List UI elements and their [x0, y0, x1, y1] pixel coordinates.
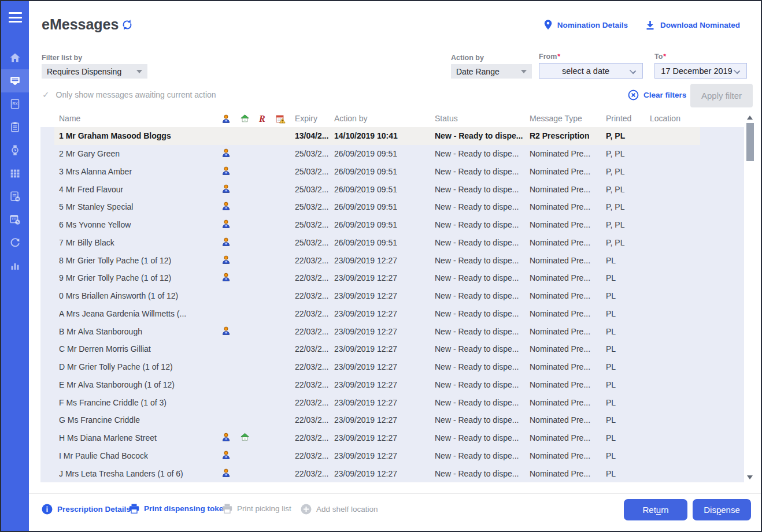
row-expiry: 22/03/2... — [295, 469, 328, 478]
scroll-up-arrow-icon[interactable] — [747, 116, 753, 120]
column-expiry: Expiry — [295, 114, 317, 123]
patient-icon — [222, 255, 230, 266]
column-location: Location — [650, 114, 680, 123]
table-row[interactable]: 3 Mrs Alanna Amber 25/03/2... 26/09/2019… — [40, 163, 744, 181]
table-row[interactable]: F Ms Francine Criddle (1 of 3) 22/03/2..… — [40, 393, 744, 411]
row-status: New - Ready to dispe... — [435, 362, 519, 371]
row-status: New - Ready to dispe... — [435, 273, 519, 282]
clear-filters-button[interactable]: Clear filters — [628, 90, 686, 101]
dispense-button[interactable]: Dispense — [693, 499, 751, 520]
home-icon — [9, 51, 21, 64]
row-message-type: Nominated Pre... — [530, 273, 590, 282]
refresh-icon[interactable] — [120, 18, 134, 34]
row-status: New - Ready to dispe... — [435, 344, 519, 354]
printer-icon — [129, 504, 139, 514]
table-row[interactable]: 1 Mr Graham Masood Bloggs 13/04/2... 14/… — [40, 127, 744, 145]
sidebar-item-emessages[interactable] — [1, 69, 29, 92]
sidebar-item-sync[interactable] — [1, 231, 29, 254]
sidebar-item-home[interactable] — [1, 46, 29, 69]
row-patient-name: I Mr Paulie Chad Bocock — [59, 451, 148, 460]
table-row[interactable]: 5 Mr Stanley Special 25/03/2... 26/09/20… — [40, 198, 744, 216]
sidebar-item-watch[interactable] — [1, 139, 29, 162]
table-row[interactable]: G Ms Francine Criddle 22/03/2... 23/09/2… — [40, 411, 744, 429]
row-message-type: Nominated Pre... — [530, 327, 590, 336]
row-status: New - Ready to dispe... — [435, 380, 519, 389]
apply-filter-button[interactable]: Apply filter — [690, 84, 753, 107]
sidebar-item-grid[interactable] — [1, 162, 29, 185]
table-row[interactable]: D Mr Grier Tolly Pache (1 of 12) 22/03/2… — [40, 358, 744, 376]
page-title: eMessages — [42, 16, 119, 33]
table-row[interactable]: 8 Mr Grier Tolly Pache (1 of 12) 22/03/2… — [40, 251, 744, 269]
filter-list-by-select[interactable]: Requires Dispensing — [42, 64, 147, 79]
row-patient-name: F Ms Francine Criddle (1 of 3) — [59, 398, 167, 407]
sidebar: RX — [1, 1, 29, 531]
row-printed: P, PL — [606, 202, 624, 211]
row-status: New - Ready to dispe... — [435, 398, 519, 407]
only-show-checkbox[interactable]: ✓ Only show messages awaiting current ac… — [42, 90, 216, 100]
svg-text:RX: RX — [13, 102, 19, 106]
table-row[interactable]: 2 Mr Gary Green 25/03/2... 26/09/2019 09… — [40, 145, 744, 163]
table-row[interactable]: 6 Ms Yvonne Yellow 25/03/2... 26/09/2019… — [40, 216, 744, 234]
table-row[interactable]: B Mr Alva Stanborough 22/03/2... 23/09/2… — [40, 322, 744, 340]
table-row[interactable]: 4 Mr Fred Flavour 25/03/2... 26/09/2019 … — [40, 180, 744, 198]
clear-filters-label: Clear filters — [643, 91, 686, 99]
row-patient-name: D Mr Grier Tolly Pache (1 of 12) — [59, 362, 173, 371]
patient-icon — [222, 220, 230, 230]
table-row[interactable]: A Mrs Jeana Gardenia Willmetts (... 22/0… — [40, 305, 744, 323]
menu-icon[interactable] — [1, 5, 29, 30]
table-row[interactable]: H Ms Diana Marlene Street 22/03/2... 23/… — [40, 429, 744, 447]
row-patient-name: J Mrs Leta Tresha Landers (1 of 6) — [59, 469, 183, 478]
row-printed: P, PL — [606, 131, 625, 140]
sidebar-item-clipboard[interactable] — [1, 116, 29, 139]
table-row[interactable]: C Mr Derren Morris Gilliat 22/03/2... 23… — [40, 340, 744, 358]
sidebar-item-calendar[interactable] — [1, 208, 29, 231]
printer-icon — [222, 504, 232, 514]
table-row[interactable]: 0 Mrs Briallen Ainsworth (1 of 12) 22/03… — [40, 287, 744, 305]
add-shelf-location-button[interactable]: Add shelf location — [301, 504, 378, 515]
row-status: New - Ready to dispe... — [435, 202, 519, 211]
table-row[interactable]: J Mrs Leta Tresha Landers (1 of 6) 22/03… — [40, 464, 744, 482]
download-nominated-link[interactable]: Download Nominated — [645, 20, 740, 30]
row-patient-name: 2 Mr Gary Green — [59, 149, 120, 158]
row-message-type: Nominated Pre... — [530, 433, 590, 442]
row-status: New - Ready to dispe... — [435, 327, 519, 336]
row-status: New - Ready to dispe... — [435, 220, 519, 229]
row-action-by: 23/09/2019 12:27 — [334, 415, 397, 425]
table-row[interactable]: 9 Mr Grier Tolly Pache (1 of 12) 22/03/2… — [40, 269, 744, 287]
action-by-select[interactable]: Date Range — [451, 64, 532, 79]
from-date-picker[interactable]: select a date — [539, 63, 643, 79]
row-expiry: 22/03/2... — [295, 433, 328, 442]
row-patient-name: A Mrs Jeana Gardenia Willmetts (... — [59, 309, 186, 318]
prescription-details-button[interactable]: Prescription Details — [42, 504, 131, 515]
table-row[interactable]: E Mr Alva Stanborough (1 of 12) 22/03/2.… — [40, 376, 744, 394]
table-row[interactable]: I Mr Paulie Chad Bocock 22/03/2... 23/09… — [40, 447, 744, 465]
return-button[interactable]: Return — [624, 499, 687, 520]
calendar-clock-icon — [9, 213, 21, 226]
row-status: New - Ready to dispe... — [435, 238, 519, 247]
row-printed: PL — [606, 273, 616, 282]
table-row[interactable]: 7 Mr Billy Black 25/03/2... 26/09/2019 0… — [40, 234, 744, 252]
row-expiry: 22/03/2... — [295, 415, 328, 425]
print-picking-list-button[interactable]: Print picking list — [222, 504, 291, 514]
row-patient-name: 5 Mr Stanley Special — [59, 202, 133, 211]
sidebar-item-reports[interactable] — [1, 254, 29, 277]
row-status: New - Ready to dispe... — [435, 256, 519, 265]
download-nominated-label: Download Nominated — [660, 21, 740, 29]
row-action-by: 23/09/2019 12:27 — [334, 344, 397, 354]
column-action-by: Action by — [334, 114, 368, 123]
scroll-down-arrow-icon[interactable] — [747, 475, 753, 479]
row-status: New - Ready to dispe... — [435, 149, 519, 158]
sidebar-item-cancelled-docs[interactable] — [1, 185, 29, 208]
home-delivery-icon — [241, 114, 249, 124]
sidebar-item-prescriptions[interactable]: RX — [1, 92, 29, 116]
row-message-type: Nominated Pre... — [530, 220, 590, 229]
row-printed: P, PL — [606, 238, 624, 247]
row-status: New - Ready to dispe... — [435, 433, 519, 442]
row-printed: PL — [606, 362, 616, 371]
scrollbar-thumb[interactable] — [746, 123, 754, 161]
row-expiry: 25/03/2... — [295, 220, 328, 229]
row-expiry: 25/03/2... — [295, 167, 328, 176]
nomination-details-link[interactable]: Nomination Details — [544, 20, 628, 30]
to-date-picker[interactable]: 17 December 2019 — [654, 63, 747, 79]
print-dispensing-token-button[interactable]: Print dispensing token — [129, 504, 228, 514]
